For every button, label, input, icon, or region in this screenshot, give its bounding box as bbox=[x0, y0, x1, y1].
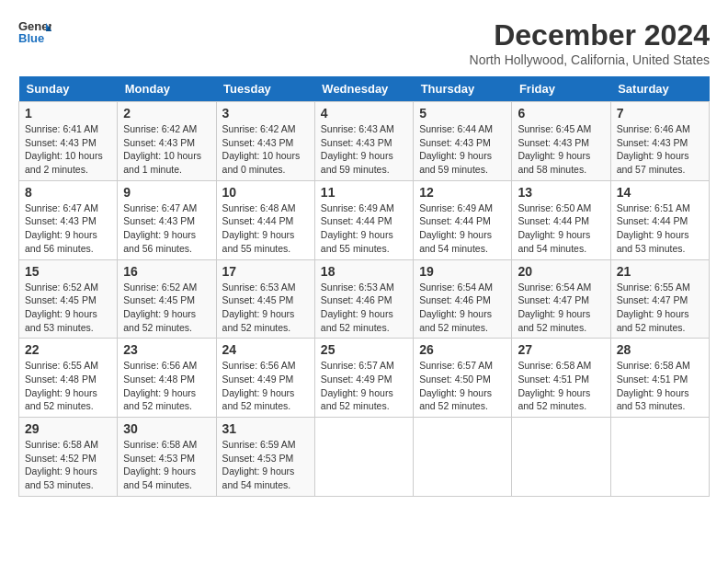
week-row-1: 1 Sunrise: 6:41 AMSunset: 4:43 PMDayligh… bbox=[19, 102, 710, 181]
day-number: 20 bbox=[518, 264, 604, 279]
day-cell: 24 Sunrise: 6:56 AMSunset: 4:49 PMDaylig… bbox=[216, 339, 314, 418]
day-cell bbox=[610, 418, 709, 497]
day-cell: 17 Sunrise: 6:53 AMSunset: 4:45 PMDaylig… bbox=[216, 259, 314, 339]
day-number: 29 bbox=[25, 421, 111, 436]
day-info: Sunrise: 6:53 AMSunset: 4:45 PMDaylight:… bbox=[222, 281, 309, 335]
day-info: Sunrise: 6:52 AMSunset: 4:45 PMDaylight:… bbox=[25, 281, 111, 335]
day-number: 11 bbox=[321, 185, 407, 200]
header-thursday: Thursday bbox=[414, 76, 512, 102]
day-cell: 29 Sunrise: 6:58 AMSunset: 4:52 PMDaylig… bbox=[19, 418, 118, 497]
title-area: December 2024 North Hollywood, Californi… bbox=[470, 18, 710, 67]
week-row-2: 8 Sunrise: 6:47 AMSunset: 4:43 PMDayligh… bbox=[19, 180, 710, 259]
day-number: 8 bbox=[25, 185, 111, 200]
day-info: Sunrise: 6:53 AMSunset: 4:46 PMDaylight:… bbox=[321, 281, 407, 335]
week-row-3: 15 Sunrise: 6:52 AMSunset: 4:45 PMDaylig… bbox=[19, 259, 710, 339]
day-info: Sunrise: 6:55 AMSunset: 4:47 PMDaylight:… bbox=[617, 281, 703, 335]
day-cell: 31 Sunrise: 6:59 AMSunset: 4:53 PMDaylig… bbox=[216, 418, 314, 497]
header-saturday: Saturday bbox=[610, 76, 709, 102]
day-number: 2 bbox=[123, 106, 210, 121]
day-cell: 7 Sunrise: 6:46 AMSunset: 4:43 PMDayligh… bbox=[610, 102, 709, 181]
day-number: 16 bbox=[123, 264, 210, 279]
day-number: 9 bbox=[123, 185, 210, 200]
day-info: Sunrise: 6:45 AMSunset: 4:43 PMDaylight:… bbox=[518, 122, 604, 177]
day-cell: 30 Sunrise: 6:58 AMSunset: 4:53 PMDaylig… bbox=[118, 418, 216, 497]
day-info: Sunrise: 6:43 AMSunset: 4:43 PMDaylight:… bbox=[321, 122, 407, 177]
day-cell: 4 Sunrise: 6:43 AMSunset: 4:43 PMDayligh… bbox=[314, 102, 413, 181]
day-info: Sunrise: 6:49 AMSunset: 4:44 PMDaylight:… bbox=[419, 201, 506, 256]
day-info: Sunrise: 6:50 AMSunset: 4:44 PMDaylight:… bbox=[518, 201, 604, 256]
week-row-5: 29 Sunrise: 6:58 AMSunset: 4:52 PMDaylig… bbox=[19, 418, 710, 497]
day-cell: 25 Sunrise: 6:57 AMSunset: 4:49 PMDaylig… bbox=[314, 339, 413, 418]
day-number: 14 bbox=[617, 185, 703, 200]
day-cell: 15 Sunrise: 6:52 AMSunset: 4:45 PMDaylig… bbox=[19, 259, 118, 339]
day-cell: 21 Sunrise: 6:55 AMSunset: 4:47 PMDaylig… bbox=[610, 259, 709, 339]
day-info: Sunrise: 6:42 AMSunset: 4:43 PMDaylight:… bbox=[123, 122, 210, 177]
day-number: 5 bbox=[419, 106, 506, 121]
day-number: 30 bbox=[123, 421, 210, 436]
day-cell bbox=[414, 418, 512, 497]
day-cell: 6 Sunrise: 6:45 AMSunset: 4:43 PMDayligh… bbox=[512, 102, 610, 181]
day-info: Sunrise: 6:57 AMSunset: 4:49 PMDaylight:… bbox=[321, 359, 407, 413]
day-info: Sunrise: 6:56 AMSunset: 4:48 PMDaylight:… bbox=[123, 359, 210, 413]
day-info: Sunrise: 6:41 AMSunset: 4:43 PMDaylight:… bbox=[25, 122, 111, 177]
day-info: Sunrise: 6:54 AMSunset: 4:46 PMDaylight:… bbox=[419, 281, 506, 335]
day-cell: 16 Sunrise: 6:52 AMSunset: 4:45 PMDaylig… bbox=[118, 259, 216, 339]
day-cell: 27 Sunrise: 6:58 AMSunset: 4:51 PMDaylig… bbox=[512, 339, 610, 418]
day-number: 23 bbox=[123, 342, 210, 357]
day-number: 3 bbox=[222, 106, 309, 121]
header-row: SundayMondayTuesdayWednesdayThursdayFrid… bbox=[19, 76, 710, 102]
day-number: 12 bbox=[419, 185, 506, 200]
day-cell: 8 Sunrise: 6:47 AMSunset: 4:43 PMDayligh… bbox=[19, 180, 118, 259]
day-info: Sunrise: 6:58 AMSunset: 4:53 PMDaylight:… bbox=[123, 438, 210, 492]
logo-icon: General Blue bbox=[18, 18, 51, 44]
day-number: 31 bbox=[222, 421, 309, 436]
day-info: Sunrise: 6:48 AMSunset: 4:44 PMDaylight:… bbox=[222, 201, 309, 256]
day-cell: 10 Sunrise: 6:48 AMSunset: 4:44 PMDaylig… bbox=[216, 180, 314, 259]
logo: General Blue bbox=[18, 18, 51, 44]
day-cell: 23 Sunrise: 6:56 AMSunset: 4:48 PMDaylig… bbox=[118, 339, 216, 418]
day-info: Sunrise: 6:57 AMSunset: 4:50 PMDaylight:… bbox=[419, 359, 506, 413]
week-row-4: 22 Sunrise: 6:55 AMSunset: 4:48 PMDaylig… bbox=[19, 339, 710, 418]
day-cell bbox=[512, 418, 610, 497]
day-number: 22 bbox=[25, 342, 111, 357]
main-title: December 2024 bbox=[470, 18, 710, 52]
header-tuesday: Tuesday bbox=[216, 76, 314, 102]
day-cell: 12 Sunrise: 6:49 AMSunset: 4:44 PMDaylig… bbox=[414, 180, 512, 259]
day-info: Sunrise: 6:47 AMSunset: 4:43 PMDaylight:… bbox=[25, 201, 111, 256]
day-number: 28 bbox=[617, 342, 703, 357]
day-info: Sunrise: 6:51 AMSunset: 4:44 PMDaylight:… bbox=[617, 201, 703, 256]
day-info: Sunrise: 6:55 AMSunset: 4:48 PMDaylight:… bbox=[25, 359, 111, 413]
day-info: Sunrise: 6:58 AMSunset: 4:52 PMDaylight:… bbox=[25, 438, 111, 492]
day-cell: 28 Sunrise: 6:58 AMSunset: 4:51 PMDaylig… bbox=[610, 339, 709, 418]
day-number: 7 bbox=[617, 106, 703, 121]
day-number: 15 bbox=[25, 264, 111, 279]
day-number: 6 bbox=[518, 106, 604, 121]
header-wednesday: Wednesday bbox=[314, 76, 413, 102]
day-cell: 9 Sunrise: 6:47 AMSunset: 4:43 PMDayligh… bbox=[118, 180, 216, 259]
day-info: Sunrise: 6:56 AMSunset: 4:49 PMDaylight:… bbox=[222, 359, 309, 413]
day-cell: 19 Sunrise: 6:54 AMSunset: 4:46 PMDaylig… bbox=[414, 259, 512, 339]
day-number: 19 bbox=[419, 264, 506, 279]
day-info: Sunrise: 6:44 AMSunset: 4:43 PMDaylight:… bbox=[419, 122, 506, 177]
day-number: 24 bbox=[222, 342, 309, 357]
day-cell: 3 Sunrise: 6:42 AMSunset: 4:43 PMDayligh… bbox=[216, 102, 314, 181]
day-cell bbox=[314, 418, 413, 497]
day-info: Sunrise: 6:46 AMSunset: 4:43 PMDaylight:… bbox=[617, 122, 703, 177]
day-number: 25 bbox=[321, 342, 407, 357]
day-cell: 5 Sunrise: 6:44 AMSunset: 4:43 PMDayligh… bbox=[414, 102, 512, 181]
day-cell: 26 Sunrise: 6:57 AMSunset: 4:50 PMDaylig… bbox=[414, 339, 512, 418]
header-sunday: Sunday bbox=[19, 76, 118, 102]
day-info: Sunrise: 6:49 AMSunset: 4:44 PMDaylight:… bbox=[321, 201, 407, 256]
day-info: Sunrise: 6:47 AMSunset: 4:43 PMDaylight:… bbox=[123, 201, 210, 256]
day-number: 1 bbox=[25, 106, 111, 121]
day-info: Sunrise: 6:58 AMSunset: 4:51 PMDaylight:… bbox=[617, 359, 703, 413]
svg-text:Blue: Blue bbox=[18, 31, 44, 44]
header-friday: Friday bbox=[512, 76, 610, 102]
day-cell: 11 Sunrise: 6:49 AMSunset: 4:44 PMDaylig… bbox=[314, 180, 413, 259]
day-info: Sunrise: 6:59 AMSunset: 4:53 PMDaylight:… bbox=[222, 438, 309, 492]
day-cell: 22 Sunrise: 6:55 AMSunset: 4:48 PMDaylig… bbox=[19, 339, 118, 418]
day-cell: 1 Sunrise: 6:41 AMSunset: 4:43 PMDayligh… bbox=[19, 102, 118, 181]
day-number: 10 bbox=[222, 185, 309, 200]
day-number: 18 bbox=[321, 264, 407, 279]
day-number: 26 bbox=[419, 342, 506, 357]
